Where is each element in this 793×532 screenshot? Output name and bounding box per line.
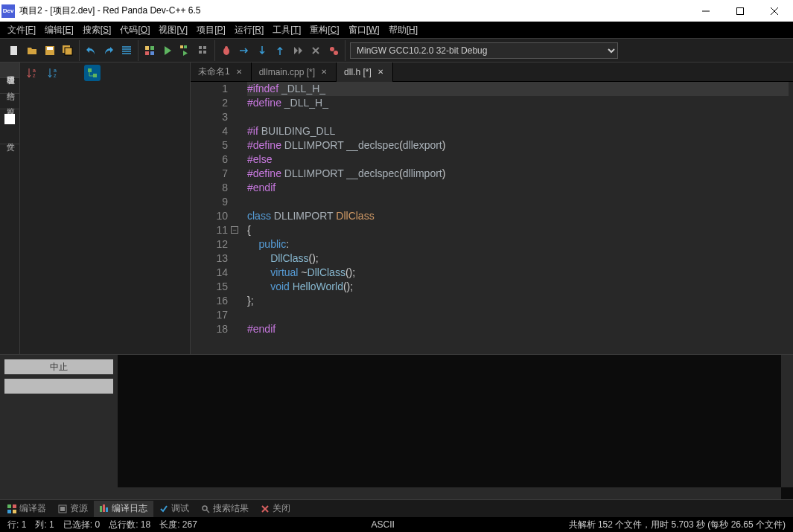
tree-view-button[interactable] (84, 65, 101, 81)
close-icon (261, 504, 270, 513)
compile-button[interactable] (141, 42, 158, 59)
bottomtab-compile[interactable]: 编译器 (1, 501, 52, 517)
bottomtab-debug[interactable]: 调试 (153, 501, 195, 517)
scrollbar-vertical[interactable] (781, 355, 793, 487)
svg-rect-30 (13, 504, 16, 508)
menu-o[interactable]: 代码[O] (115, 22, 154, 38)
bottomtab-resource[interactable]: 资源 (52, 501, 94, 517)
tab-0[interactable]: 未命名1✕ (191, 63, 252, 82)
watch-button[interactable] (325, 42, 342, 59)
menu-s[interactable]: 搜索[S] (78, 22, 116, 38)
step-over-button[interactable] (236, 42, 252, 59)
svg-rect-31 (7, 510, 11, 513)
toolbar: MinGW GCC10.2.0 32-bit Debug (0, 38, 793, 63)
tab-close-icon[interactable]: ✕ (319, 68, 328, 77)
svg-rect-18 (203, 51, 206, 54)
bottomtab-label: 关闭 (273, 502, 290, 515)
window-title: 项目2 - [项目2.dev] - Red Panda Dev-C++ 6.5 (19, 4, 689, 17)
menu-p[interactable]: 项目[P] (192, 22, 230, 38)
bottomtab-label: 调试 (171, 502, 189, 515)
svg-rect-12 (150, 51, 154, 55)
status-encoding: ASCII (367, 519, 399, 530)
save-button[interactable] (42, 42, 58, 59)
fold-icon[interactable]: − (231, 226, 238, 234)
code-area[interactable]: #ifndef _DLL_H_#define _DLL_H_ #if BUILD… (234, 82, 793, 354)
tab-1[interactable]: dllmain.cpp [*]✕ (252, 63, 337, 82)
svg-rect-11 (145, 51, 149, 55)
tab-label: dllmain.cpp [*] (259, 67, 315, 77)
compiler-select[interactable]: MinGW GCC10.2.0 32-bit Debug (350, 42, 618, 59)
bottomtab-label: 编译器 (19, 502, 46, 515)
svg-point-22 (334, 51, 338, 55)
close-button[interactable] (757, 0, 792, 22)
menu-v[interactable]: 视图[V] (154, 22, 192, 38)
new-file-button[interactable] (6, 42, 22, 59)
rebuild-button[interactable] (195, 42, 211, 59)
svg-rect-1 (737, 7, 744, 14)
step-into-button[interactable] (254, 42, 270, 59)
bottomtab-search[interactable]: 搜索结果 (195, 501, 255, 517)
status-col: 列: 1 (31, 519, 58, 531)
svg-rect-15 (199, 46, 202, 49)
bottom-blank-button[interactable] (4, 379, 113, 394)
tab-2[interactable]: dll.h [*]✕ (337, 63, 393, 82)
svg-point-20 (225, 46, 228, 49)
status-selected: 已选择: 0 (59, 519, 104, 531)
tab-close-icon[interactable]: ✕ (376, 68, 385, 77)
status-total: 总行数: 18 (104, 519, 155, 531)
sidetab-3[interactable]: 文件 (0, 129, 19, 144)
debug-button[interactable] (218, 42, 235, 59)
sidebar: 项目管理结构监视文件 (0, 63, 20, 354)
undo-button[interactable] (83, 42, 99, 59)
redo-button[interactable] (101, 42, 117, 59)
menubar: 文件[F]编辑[E]搜索[S]代码[O]视图[V]项目[P]运行[R]工具[T]… (0, 22, 793, 38)
bottomtab-close[interactable]: 关闭 (255, 501, 296, 517)
status-parse: 共解析 152 个文件，用时 5.703 秒 (每秒 26.65 个文件) (564, 519, 790, 531)
stop-debug-button[interactable] (308, 42, 324, 59)
scrollbar-horizontal[interactable] (118, 487, 781, 499)
sidetab-2[interactable]: 监视 (0, 94, 19, 109)
minimize-button[interactable] (689, 0, 723, 22)
step-out-button[interactable] (272, 42, 288, 59)
svg-rect-36 (103, 504, 105, 512)
svg-text:a: a (33, 68, 36, 73)
compile-run-button[interactable] (177, 42, 194, 59)
code-editor[interactable]: 1234567891011−12131415161718 #ifndef _DL… (191, 82, 793, 354)
sidetab-0[interactable]: 项目管理 (0, 63, 19, 78)
menu-t[interactable]: 工具[T] (268, 22, 305, 38)
menu-w[interactable]: 窗口[W] (344, 22, 384, 38)
menu-f[interactable]: 文件[F] (3, 22, 40, 38)
menu-e[interactable]: 编辑[E] (40, 22, 78, 38)
save-all-button[interactable] (60, 42, 76, 59)
search-icon (201, 504, 210, 513)
tab-label: dll.h [*] (344, 67, 372, 77)
run-button[interactable] (159, 42, 176, 59)
compiler-dropdown[interactable]: MinGW GCC10.2.0 32-bit Debug (350, 42, 618, 59)
resource-icon (58, 504, 67, 513)
sort-az-button[interactable]: az (25, 65, 41, 81)
sort-za-button[interactable]: az (45, 65, 62, 81)
bottomtab-label: 编译日志 (112, 502, 147, 515)
tab-close-icon[interactable]: ✕ (235, 68, 243, 77)
output-area[interactable] (118, 355, 793, 499)
menu-r[interactable]: 运行[R] (230, 22, 268, 38)
menu-h[interactable]: 帮助[H] (384, 22, 422, 38)
sidetab-1[interactable]: 结构 (0, 78, 19, 94)
svg-rect-8 (65, 48, 72, 55)
indent-button[interactable] (118, 42, 135, 59)
svg-rect-28 (93, 74, 97, 77)
debug-icon (159, 504, 168, 513)
abort-button[interactable]: 中止 (4, 359, 113, 374)
bottomtab-log[interactable]: 编译日志 (94, 501, 153, 517)
menu-c[interactable]: 重构[C] (305, 22, 343, 38)
open-button[interactable] (24, 42, 40, 59)
status-length: 长度: 267 (155, 519, 202, 531)
watch-check-icon[interactable] (4, 114, 15, 124)
continue-button[interactable] (290, 42, 306, 59)
maximize-button[interactable] (723, 0, 757, 22)
svg-rect-14 (184, 45, 187, 48)
line-gutter: 1234567891011−12131415161718 (191, 82, 234, 354)
bottom-panel: 中止 (0, 354, 793, 499)
svg-text:z: z (54, 73, 57, 78)
svg-rect-35 (100, 506, 102, 512)
